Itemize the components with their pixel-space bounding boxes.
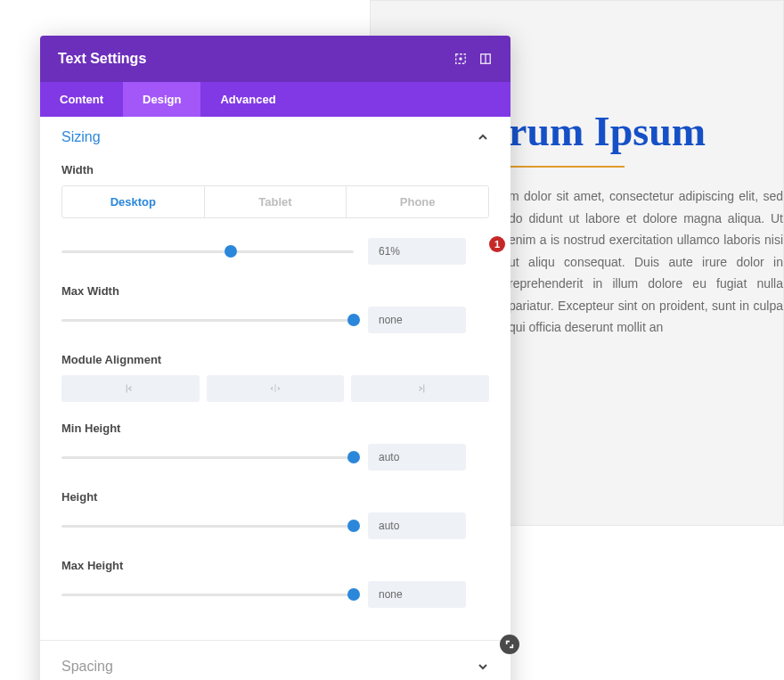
- max-width-value-input[interactable]: none: [368, 307, 466, 333]
- device-tab-desktop[interactable]: Desktop: [62, 186, 205, 217]
- section-sizing-title: Sizing: [61, 129, 101, 145]
- max-height-slider[interactable]: [61, 588, 354, 601]
- min-height-value-input[interactable]: auto: [368, 444, 466, 471]
- max-width-slider-row: none: [61, 307, 489, 333]
- section-spacing-title: Spacing: [61, 659, 113, 675]
- panel-body: Sizing Width Desktop Tablet Phone 61% 1 …: [40, 117, 510, 680]
- height-slider-row: auto: [61, 512, 489, 539]
- device-tab-tablet[interactable]: Tablet: [205, 186, 347, 217]
- align-right-button[interactable]: [351, 375, 489, 402]
- header-icons: [453, 52, 493, 66]
- height-value-input[interactable]: auto: [368, 512, 466, 539]
- align-left-button[interactable]: [61, 375, 200, 402]
- settings-panel: Text Settings Content Design Advanced Si…: [40, 36, 510, 680]
- divider: [40, 640, 510, 641]
- width-slider[interactable]: [61, 245, 354, 258]
- tab-design[interactable]: Design: [123, 82, 200, 117]
- align-center-button[interactable]: [207, 375, 345, 402]
- chevron-down-icon: [477, 660, 489, 673]
- max-width-label: Max Width: [61, 284, 489, 298]
- width-value-input[interactable]: 61%: [368, 238, 466, 265]
- title-divider: [509, 166, 625, 168]
- max-width-slider[interactable]: [61, 314, 354, 326]
- snap-icon[interactable]: [453, 52, 468, 66]
- page-title: rum Ipsum: [509, 108, 783, 155]
- max-height-slider-row: none: [61, 581, 489, 608]
- width-label: Width: [61, 163, 489, 176]
- panel-tabs: Content Design Advanced: [40, 82, 510, 117]
- sizing-section: Width Desktop Tablet Phone 61% 1 Max Wid…: [40, 163, 510, 635]
- tab-advanced[interactable]: Advanced: [200, 82, 295, 117]
- width-badge: 1: [489, 236, 505, 252]
- resize-handle[interactable]: [500, 635, 519, 654]
- section-spacing-header[interactable]: Spacing: [40, 646, 510, 680]
- svg-point-1: [459, 57, 462, 61]
- max-height-value-input[interactable]: none: [368, 581, 466, 608]
- tab-content[interactable]: Content: [40, 82, 123, 117]
- min-height-slider[interactable]: [61, 451, 354, 463]
- height-label: Height: [61, 490, 489, 504]
- panel-title: Text Settings: [58, 51, 146, 67]
- device-tab-phone[interactable]: Phone: [347, 186, 488, 217]
- module-alignment-label: Module Alignment: [61, 353, 489, 366]
- panel-header: Text Settings: [40, 36, 510, 82]
- height-slider[interactable]: [61, 520, 354, 532]
- max-height-label: Max Height: [61, 559, 489, 572]
- min-height-label: Min Height: [61, 422, 489, 435]
- section-sizing-header[interactable]: Sizing: [40, 117, 510, 158]
- expand-panel-icon[interactable]: [478, 52, 493, 66]
- alignment-buttons: [61, 375, 489, 402]
- min-height-slider-row: auto: [61, 444, 489, 471]
- page-body-text: m dolor sit amet, consectetur adipiscing…: [509, 185, 783, 339]
- chevron-up-icon: [477, 131, 489, 143]
- device-tabs: Desktop Tablet Phone: [61, 185, 489, 218]
- width-slider-row: 61% 1: [61, 238, 489, 265]
